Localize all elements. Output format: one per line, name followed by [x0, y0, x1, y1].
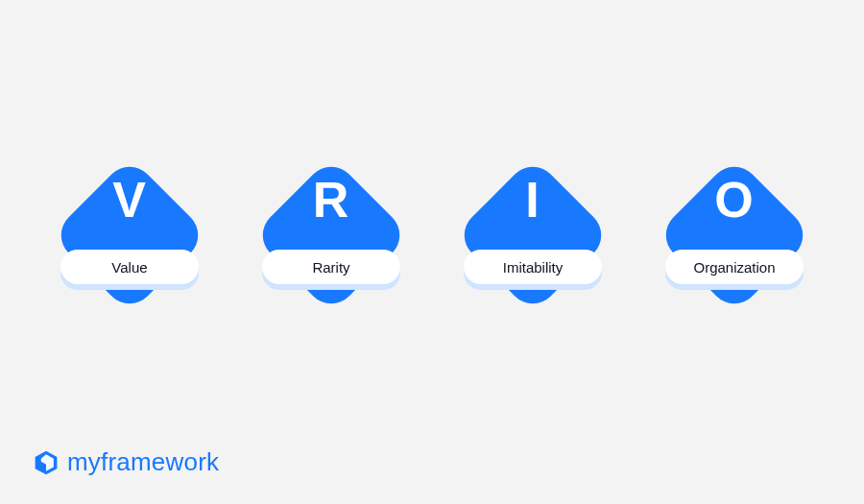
brand-logo-icon [33, 449, 60, 476]
tile-letter: R [250, 175, 413, 225]
tile-label: Imitability [503, 259, 564, 276]
tile-label-pill: Rarity [262, 250, 400, 284]
vrio-tile-rarity: R Rarity [250, 154, 413, 317]
brand-name: myframework [67, 447, 219, 477]
vrio-tile-organization: O Organization [653, 154, 816, 317]
tile-label-pill: Organization [665, 250, 804, 284]
vrio-tile-imitability: I Imitability [451, 154, 614, 317]
tile-label: Organization [693, 259, 775, 276]
tile-letter: V [48, 175, 211, 225]
tile-label-pill: Value [60, 250, 199, 284]
tile-label: Value [111, 259, 147, 276]
tile-label: Rarity [312, 259, 349, 276]
brand: myframework [33, 447, 219, 477]
vrio-tile-value: V Value [48, 154, 211, 317]
vrio-row: V Value R Rarity I Imitability O Organiz… [0, 154, 864, 317]
tile-letter: I [451, 175, 614, 225]
tile-label-pill: Imitability [464, 250, 602, 284]
tile-letter: O [653, 175, 816, 225]
